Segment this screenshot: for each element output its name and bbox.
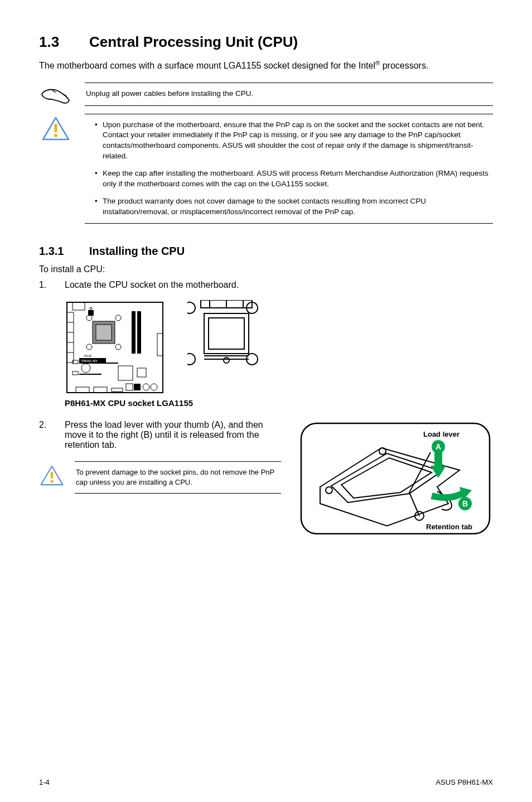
hand-icon [39, 83, 72, 106]
svg-rect-46 [301, 423, 490, 534]
svg-point-32 [143, 384, 149, 390]
svg-rect-4 [88, 310, 94, 316]
step-1-text: Locate the CPU socket on the motherboard… [65, 280, 239, 290]
caution-item-2: Keep the cap after installing the mother… [95, 168, 492, 190]
step-1: 1. Locate the CPU socket on the motherbo… [39, 280, 493, 290]
svg-rect-18 [137, 311, 141, 354]
load-lever-diagram: Load lever A B [298, 420, 493, 537]
caution-icon-small [39, 461, 65, 494]
note-unplug-text: Unplug all power cables before installin… [85, 83, 493, 106]
svg-point-48 [326, 487, 332, 494]
note-unplug: Unplug all power cables before installin… [39, 83, 493, 106]
note-pnp-cap: To prevent damage to the socket pins, do… [39, 461, 281, 494]
svg-point-12 [115, 315, 121, 321]
svg-point-11 [86, 315, 92, 321]
step-2-num: 2. [39, 420, 49, 450]
svg-rect-20 [79, 374, 101, 375]
svg-rect-22 [72, 371, 78, 375]
caution-item-3: The product warranty does not cover dama… [95, 196, 492, 218]
subsection-number: 1.3.1 [39, 245, 89, 258]
marker-a: A [436, 442, 441, 451]
section-title-text: Central Processing Unit (CPU) [89, 33, 298, 50]
section-heading: 1.3Central Processing Unit (CPU) [39, 33, 493, 51]
figure-caption: P8H61-MX CPU socket LGA1155 [65, 398, 493, 408]
svg-rect-44 [51, 471, 53, 479]
svg-point-14 [115, 344, 121, 350]
svg-rect-16 [96, 325, 112, 340]
svg-rect-27 [76, 387, 89, 393]
svg-point-33 [151, 384, 157, 390]
load-lever-label: Load lever [423, 430, 460, 438]
svg-point-45 [50, 480, 53, 482]
caution-icon [39, 114, 72, 224]
svg-point-1 [54, 134, 57, 137]
note-pnp-cap-text: To prevent damage to the socket pins, do… [75, 461, 281, 494]
svg-rect-28 [94, 387, 107, 393]
svg-rect-24 [118, 366, 133, 380]
note-caution-body: Upon purchase of the motherboard, ensure… [85, 114, 493, 224]
section-number: 1.3 [39, 33, 89, 51]
footer-model: ASUS P8H61-MX [436, 778, 493, 786]
intro-paragraph: The motherboard comes with a surface mou… [39, 59, 493, 73]
svg-point-43 [224, 357, 229, 363]
arrow-a: A [431, 440, 446, 478]
svg-rect-40 [209, 318, 244, 349]
figure-cpu-socket: /SUS P8H61-MX [65, 300, 493, 408]
step-2-text: Press the load lever with your thumb (A)… [65, 420, 281, 450]
svg-point-13 [86, 344, 92, 350]
svg-rect-0 [54, 124, 57, 132]
svg-rect-39 [204, 313, 249, 354]
retention-tab-label: Retention tab [426, 523, 472, 531]
socket-zoom-diagram [187, 300, 265, 367]
svg-rect-17 [132, 311, 136, 354]
svg-point-49 [379, 448, 386, 455]
caution-item-1: Upon purchase of the motherboard, ensure… [95, 120, 492, 162]
svg-rect-30 [126, 384, 133, 390]
page-number: 1-4 [39, 778, 50, 786]
board-logo: /SUS [84, 354, 91, 357]
svg-point-5 [90, 307, 92, 310]
svg-rect-25 [137, 368, 146, 377]
install-intro: To install a CPU: [39, 264, 493, 274]
page-footer: 1-4 ASUS P8H61-MX [39, 778, 493, 786]
marker-b: B [462, 499, 468, 508]
subsection-title-text: Installing the CPU [89, 245, 185, 257]
svg-rect-29 [112, 388, 123, 392]
motherboard-diagram: /SUS P8H61-MX [65, 300, 165, 395]
step-2: 2. Press the load lever with your thumb … [39, 420, 281, 450]
svg-point-23 [81, 364, 90, 373]
svg-rect-31 [134, 384, 141, 390]
svg-rect-3 [72, 302, 85, 310]
board-model-label: P8H61-MX [81, 359, 98, 363]
note-caution-list: Upon purchase of the motherboard, ensure… [39, 114, 493, 224]
step-1-num: 1. [39, 280, 49, 290]
svg-rect-34 [157, 334, 163, 356]
subsection-heading: 1.3.1Installing the CPU [39, 245, 493, 258]
svg-rect-6 [67, 312, 74, 363]
svg-rect-2 [67, 302, 163, 393]
step-2-block: 2. Press the load lever with your thumb … [39, 420, 493, 537]
